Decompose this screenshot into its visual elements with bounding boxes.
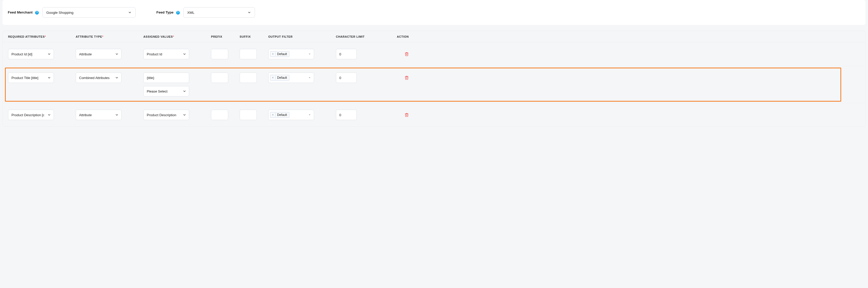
attribute-type-select[interactable]: Attribute	[76, 110, 122, 120]
required-attribute-select[interactable]: Product Title [title]	[8, 73, 54, 83]
chevron-down-icon	[48, 52, 51, 56]
attribute-type-value: Attribute	[79, 52, 92, 56]
suffix-input[interactable]	[240, 49, 257, 59]
chevron-down-icon	[115, 113, 119, 117]
suffix-input[interactable]	[240, 110, 257, 120]
attribute-type-select[interactable]: Attribute	[76, 49, 122, 59]
feed-type-select[interactable]: XML	[183, 7, 255, 18]
output-filter-tag-label: Default	[277, 113, 287, 117]
header-action: ACTION	[383, 35, 409, 38]
feed-type-group: Feed Type ? XML	[156, 7, 255, 18]
assigned-value-select[interactable]: Product Description	[143, 110, 189, 120]
output-filter-select[interactable]: × Default	[268, 73, 314, 83]
chevron-down-icon	[128, 11, 132, 14]
prefix-input[interactable]	[211, 49, 228, 59]
required-attribute-select[interactable]: Product Id [id]	[8, 49, 54, 59]
attribute-grid: REQUIRED ATTRIBUTES* ATTRIBUTE TYPE* ASS…	[3, 31, 865, 127]
assigned-placeholder: Please Select	[147, 89, 167, 93]
assigned-text-input[interactable]	[143, 73, 189, 83]
trash-icon	[405, 113, 409, 117]
attribute-type-value: Combined Attributes	[79, 76, 110, 80]
output-filter-tag-label: Default	[277, 52, 287, 56]
help-icon[interactable]: ?	[35, 11, 39, 14]
trash-icon	[405, 75, 409, 80]
prefix-input[interactable]	[211, 73, 228, 83]
header-output-filter: OUTPUT FILTER	[268, 35, 336, 38]
prefix-input[interactable]	[211, 110, 228, 120]
required-attribute-value: Product Description [description]	[11, 113, 44, 117]
help-icon[interactable]: ?	[176, 11, 180, 14]
feed-merchant-group: Feed Merchant ? Google Shopping	[8, 7, 135, 18]
assigned-value-select[interactable]: Product Id	[143, 49, 189, 59]
header-required-attributes: REQUIRED ATTRIBUTES*	[8, 35, 76, 38]
highlighted-row-wrap: Product Title [title] Combined Attribute…	[3, 66, 865, 103]
character-limit-input[interactable]	[336, 73, 357, 83]
header-character-limit: CHARACTER LIMIT	[336, 35, 383, 38]
tag-remove-icon[interactable]: ×	[270, 113, 276, 117]
output-filter-tag: × Default	[270, 51, 289, 57]
assigned-value: Product Description	[147, 113, 176, 117]
chevron-down-icon	[308, 76, 311, 79]
grid-header-row: REQUIRED ATTRIBUTES* ATTRIBUTE TYPE* ASS…	[3, 31, 865, 42]
header-assigned-values: ASSIGNED VALUES*	[143, 35, 211, 38]
assigned-value: Product Id	[147, 52, 162, 56]
output-filter-tag-label: Default	[277, 76, 287, 79]
assigned-value-select[interactable]: Please Select	[143, 86, 189, 97]
chevron-down-icon	[308, 52, 311, 56]
chevron-down-icon	[308, 113, 311, 116]
table-row: Product Description [description] Attrib…	[3, 103, 865, 127]
header-suffix: SUFFIX	[240, 35, 268, 38]
delete-button[interactable]	[405, 75, 409, 80]
chevron-down-icon	[115, 76, 119, 79]
required-attribute-select[interactable]: Product Description [description]	[8, 110, 54, 120]
chevron-down-icon	[183, 52, 186, 56]
feed-merchant-select[interactable]: Google Shopping	[42, 7, 135, 18]
character-limit-input[interactable]	[336, 110, 357, 120]
feed-type-value: XML	[187, 11, 195, 14]
delete-button[interactable]	[405, 113, 409, 117]
feed-type-label: Feed Type ?	[156, 10, 180, 14]
chevron-down-icon	[183, 89, 186, 93]
header-prefix: PREFIX	[211, 35, 240, 38]
output-filter-tag: × Default	[270, 75, 289, 80]
chevron-down-icon	[183, 113, 186, 117]
trash-icon	[405, 52, 409, 57]
tag-remove-icon[interactable]: ×	[270, 76, 276, 79]
table-row: Product Title [title] Combined Attribute…	[3, 66, 865, 103]
table-row: Product Id [id] Attribute Product Id × D…	[3, 42, 865, 66]
chevron-down-icon	[115, 52, 119, 56]
chevron-down-icon	[247, 11, 251, 14]
chevron-down-icon	[48, 113, 51, 117]
output-filter-select[interactable]: × Default	[268, 110, 314, 120]
required-attribute-value: Product Id [id]	[11, 52, 32, 56]
delete-button[interactable]	[405, 52, 409, 57]
feed-config-card: Feed Merchant ? Google Shopping Feed Typ…	[3, 0, 865, 25]
feed-merchant-label: Feed Merchant ?	[8, 10, 39, 14]
suffix-input[interactable]	[240, 73, 257, 83]
chevron-down-icon	[48, 76, 51, 79]
output-filter-tag: × Default	[270, 112, 289, 118]
feed-merchant-value: Google Shopping	[46, 11, 73, 14]
output-filter-select[interactable]: × Default	[268, 49, 314, 59]
required-attribute-value: Product Title [title]	[11, 76, 38, 80]
tag-remove-icon[interactable]: ×	[270, 52, 276, 56]
header-attribute-type: ATTRIBUTE TYPE*	[76, 35, 143, 38]
attribute-type-value: Attribute	[79, 113, 92, 117]
attribute-type-select[interactable]: Combined Attributes	[76, 73, 122, 83]
character-limit-input[interactable]	[336, 49, 357, 59]
